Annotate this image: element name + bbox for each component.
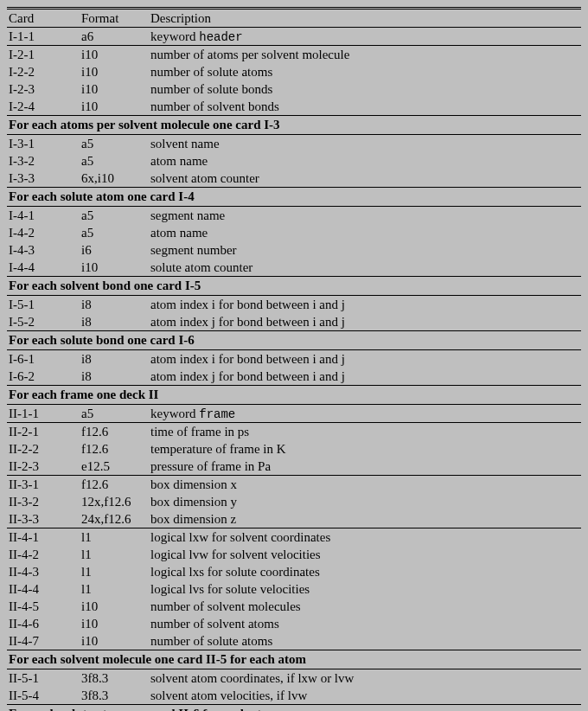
cell-card: II-2-2 (7, 440, 81, 458)
cell-card: II-2-3 (7, 458, 81, 476)
cell-format: i10 (81, 98, 150, 116)
table-row: II-4-4l1logical lvs for solute velocitie… (7, 580, 581, 598)
cell-format: l1 (81, 563, 150, 580)
section-row: For each atoms per solvent molecule one … (7, 116, 581, 135)
cell-format: 12x,f12.6 (81, 493, 150, 510)
cell-card: I-4-4 (7, 259, 81, 277)
cell-format: a5 (81, 405, 150, 423)
cell-description: box dimension x (150, 476, 581, 494)
cell-description: pressure of frame in Pa (150, 458, 581, 476)
table-row: I-3-1a5solvent name (7, 135, 581, 153)
cell-card: II-4-1 (7, 528, 81, 547)
cell-format: i10 (81, 46, 150, 64)
cell-card: I-6-2 (7, 368, 81, 386)
section-label: For each frame one deck II (7, 386, 581, 405)
cell-card: I-2-2 (7, 63, 81, 80)
cell-card: I-5-1 (7, 296, 81, 314)
section-row: For each frame one deck II (7, 386, 581, 405)
cell-description: atom index i for bond between i and j (150, 296, 581, 314)
cell-description: segment number (150, 241, 581, 259)
cell-description: number of solvent atoms (150, 615, 581, 632)
cell-card: II-2-1 (7, 423, 81, 441)
table-row: I-4-3i6segment number (7, 241, 581, 259)
cell-format: i6 (81, 241, 150, 259)
cell-description: atom name (150, 152, 581, 170)
cell-format: i10 (81, 632, 150, 650)
cell-card: II-4-6 (7, 615, 81, 632)
cell-format: 24x,f12.6 (81, 510, 150, 528)
cell-format: 3f8.3 (81, 687, 150, 705)
table-row: II-4-7i10number of solute atoms (7, 632, 581, 650)
section-row: For each solute bond one card I-6 (7, 331, 581, 350)
table-row: II-3-212x,f12.6box dimension y (7, 493, 581, 510)
cell-card: II-5-4 (7, 687, 81, 705)
cell-description: temperature of frame in K (150, 440, 581, 458)
cell-description: number of solute atoms (150, 632, 581, 650)
table-row: II-4-3l1logical lxs for solute coordinat… (7, 563, 581, 580)
desc-text: keyword (150, 29, 199, 43)
cell-description: logical lxw for solvent coordinates (150, 528, 581, 547)
cell-format: a5 (81, 207, 150, 225)
cell-format: i8 (81, 368, 150, 386)
cell-format: a5 (81, 224, 150, 241)
table-row: I-5-2i8atom index j for bond between i a… (7, 313, 581, 331)
cell-description: number of solute atoms (150, 63, 581, 80)
cell-card: II-4-7 (7, 632, 81, 650)
cell-description: atom index j for bond between i and j (150, 313, 581, 331)
cell-card: I-3-2 (7, 152, 81, 170)
cell-card: I-4-2 (7, 224, 81, 241)
cell-description: logical lvw for solvent velocities (150, 546, 581, 563)
cell-format: i8 (81, 350, 150, 368)
cell-card: I-4-1 (7, 207, 81, 225)
cell-format: i8 (81, 313, 150, 331)
cell-card: II-3-2 (7, 493, 81, 510)
table-row: II-2-3e12.5pressure of frame in Pa (7, 458, 581, 476)
cell-format: i10 (81, 615, 150, 632)
table-row: II-4-2l1logical lvw for solvent velociti… (7, 546, 581, 563)
cell-card: I-3-1 (7, 135, 81, 153)
cell-card: I-6-1 (7, 350, 81, 368)
table-row: II-5-43f8.3solvent atom velocities, if l… (7, 687, 581, 705)
cell-format: i10 (81, 259, 150, 277)
table-row: II-4-6i10number of solvent atoms (7, 615, 581, 632)
cell-description: solvent name (150, 135, 581, 153)
cell-format: i10 (81, 598, 150, 615)
table-row: II-4-5i10number of solvent molecules (7, 598, 581, 615)
section-row: For each solute atom one card I-4 (7, 188, 581, 207)
section-label: For each atoms per solvent molecule one … (7, 116, 581, 135)
table-row: I-1-1a6keyword header (7, 28, 581, 46)
cell-format: i10 (81, 80, 150, 98)
table-row: I-2-1i10number of atoms per solvent mole… (7, 46, 581, 64)
cell-description: number of solute bonds (150, 80, 581, 98)
cell-format: l1 (81, 546, 150, 563)
cell-description: solvent atom velocities, if lvw (150, 687, 581, 705)
cell-description: logical lvs for solute velocities (150, 580, 581, 598)
table-row: I-4-1a5segment name (7, 207, 581, 225)
cell-description: solvent atom coordinates, if lxw or lvw (150, 669, 581, 688)
cell-format: a5 (81, 152, 150, 170)
cell-format: e12.5 (81, 458, 150, 476)
table-row: I-4-2a5atom name (7, 224, 581, 241)
table-row: I-5-1i8atom index i for bond between i a… (7, 296, 581, 314)
cell-format: f12.6 (81, 423, 150, 441)
table-row: I-2-3i10number of solute bonds (7, 80, 581, 98)
cell-card: I-1-1 (7, 28, 81, 46)
table-row: I-3-36x,i10solvent atom counter (7, 170, 581, 188)
cell-format: l1 (81, 580, 150, 598)
desc-text: keyword (150, 407, 199, 420)
header-row: CardFormatDescription (7, 9, 581, 28)
table-row: II-3-324x,f12.6box dimension z (7, 510, 581, 528)
cell-card: II-4-2 (7, 546, 81, 563)
cell-description: atom index i for bond between i and j (150, 350, 581, 368)
table-row: I-2-4i10number of solvent bonds (7, 98, 581, 116)
cell-card: I-3-3 (7, 170, 81, 188)
cell-format: f12.6 (81, 476, 150, 494)
section-row: For each solvent molecule one card II-5 … (7, 650, 581, 669)
cell-card: I-4-3 (7, 241, 81, 259)
cell-card: II-4-3 (7, 563, 81, 580)
cell-format: i10 (81, 63, 150, 80)
cell-card: I-2-1 (7, 46, 81, 64)
section-row: For each solvent bond one card I-5 (7, 277, 581, 296)
table-row: I-4-4i10solute atom counter (7, 259, 581, 277)
table-row: II-2-2f12.6temperature of frame in K (7, 440, 581, 458)
